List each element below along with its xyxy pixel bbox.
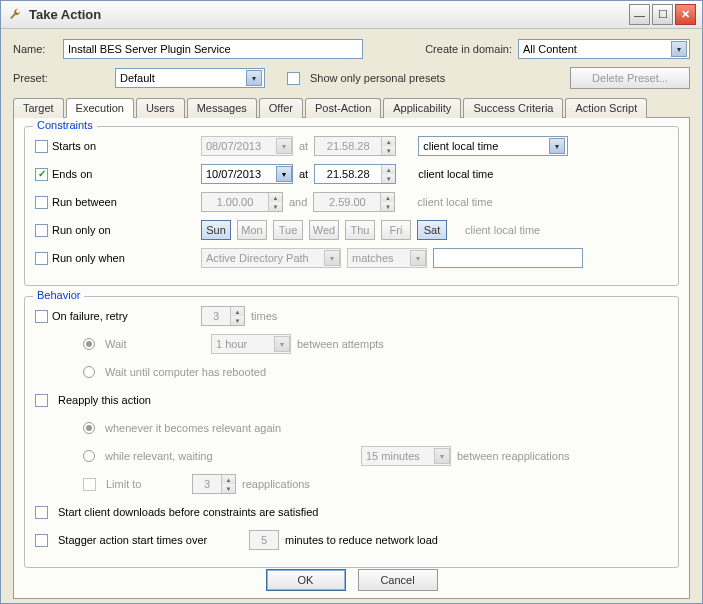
on-failure-label: On failure, retry xyxy=(52,310,128,322)
day-wed[interactable]: Wed xyxy=(309,220,339,240)
tab-post-action[interactable]: Post-Action xyxy=(305,98,381,118)
tab-users[interactable]: Users xyxy=(136,98,185,118)
reapply-label: Reapply this action xyxy=(58,394,151,406)
while-relevant-radio xyxy=(83,450,95,462)
dialog-footer: OK Cancel xyxy=(1,569,702,591)
show-personal-label: Show only personal presets xyxy=(310,72,445,84)
chevron-down-icon: ▾ xyxy=(274,336,290,352)
starts-on-label: Starts on xyxy=(52,140,96,152)
tab-success-criteria[interactable]: Success Criteria xyxy=(463,98,563,118)
wrench-icon xyxy=(7,7,23,23)
day-sat[interactable]: Sat xyxy=(417,220,447,240)
timezone-select[interactable]: client local time ▾ xyxy=(418,136,568,156)
window-title: Take Action xyxy=(29,7,629,22)
tabs: Target Execution Users Messages Offer Po… xyxy=(13,97,690,117)
run-only-when-label: Run only when xyxy=(52,252,125,264)
chevron-down-icon: ▾ xyxy=(671,41,687,57)
on-failure-checkbox[interactable] xyxy=(35,310,48,323)
wait-duration: 1 hour▾ xyxy=(211,334,291,354)
show-personal-checkbox[interactable] xyxy=(287,72,300,85)
chevron-down-icon: ▾ xyxy=(276,166,292,182)
ends-tz-label: client local time xyxy=(418,168,493,180)
stagger-label: Stagger action start times over xyxy=(58,534,243,546)
run-only-when-op: matches▾ xyxy=(347,248,427,268)
wait-reboot-radio xyxy=(83,366,95,378)
stagger-tail-label: minutes to reduce network load xyxy=(285,534,438,546)
run-between-label: Run between xyxy=(52,196,117,208)
run-only-when-attr: Active Directory Path▾ xyxy=(201,248,341,268)
minimize-button[interactable]: — xyxy=(629,4,650,25)
preset-select-value: Default xyxy=(120,72,155,84)
run-only-when-value[interactable] xyxy=(433,248,583,268)
behavior-fieldset: Behavior On failure, retry 3 ▲▼ times Wa… xyxy=(24,296,679,568)
limit-to-label: Limit to xyxy=(106,478,186,490)
start-downloads-label: Start client downloads before constraint… xyxy=(58,506,318,518)
tab-execution[interactable]: Execution xyxy=(66,98,134,118)
wait-reboot-label: Wait until computer has rebooted xyxy=(105,366,266,378)
wait-radio xyxy=(83,338,95,350)
domain-select[interactable]: All Content ▾ xyxy=(518,39,690,59)
ends-on-label: Ends on xyxy=(52,168,92,180)
run-between-checkbox[interactable] xyxy=(35,196,48,209)
day-tue[interactable]: Tue xyxy=(273,220,303,240)
run-only-on-checkbox[interactable] xyxy=(35,224,48,237)
day-sun[interactable]: Sun xyxy=(201,220,231,240)
limit-to-input: 3 ▲▼ xyxy=(192,474,236,494)
whenever-radio xyxy=(83,422,95,434)
start-downloads-checkbox[interactable] xyxy=(35,506,48,519)
name-input[interactable] xyxy=(63,39,363,59)
run-only-on-label: Run only on xyxy=(52,224,111,236)
chevron-down-icon: ▾ xyxy=(410,250,426,266)
wait-label: Wait xyxy=(105,338,205,350)
cancel-button[interactable]: Cancel xyxy=(358,569,438,591)
ends-on-checkbox[interactable] xyxy=(35,168,48,181)
stagger-checkbox[interactable] xyxy=(35,534,48,547)
close-button[interactable]: ✕ xyxy=(675,4,696,25)
tab-target[interactable]: Target xyxy=(13,98,64,118)
chevron-down-icon: ▾ xyxy=(324,250,340,266)
constraints-fieldset: Constraints Starts on 08/07/2013▾ at 21.… xyxy=(24,126,679,286)
starts-date-input: 08/07/2013▾ xyxy=(201,136,293,156)
day-thu[interactable]: Thu xyxy=(345,220,375,240)
chevron-down-icon: ▾ xyxy=(434,448,450,464)
behavior-legend: Behavior xyxy=(33,289,84,301)
tab-offer[interactable]: Offer xyxy=(259,98,303,118)
chevron-down-icon: ▾ xyxy=(549,138,565,154)
ends-time-input[interactable]: 21.58.28 ▲▼ xyxy=(314,164,396,184)
starts-time-input: 21.58.28 ▲▼ xyxy=(314,136,396,156)
while-relevant-label: while relevant, waiting xyxy=(105,450,355,462)
starts-on-checkbox[interactable] xyxy=(35,140,48,153)
reapply-duration: 15 minutes▾ xyxy=(361,446,451,466)
day-mon[interactable]: Mon xyxy=(237,220,267,240)
reapply-checkbox[interactable] xyxy=(35,394,48,407)
titlebar: Take Action — ☐ ✕ xyxy=(1,1,702,29)
stagger-input: 5 xyxy=(249,530,279,550)
ends-date-input[interactable]: 10/07/2013▾ xyxy=(201,164,293,184)
domain-label: Create in domain: xyxy=(425,43,512,55)
day-fri[interactable]: Fri xyxy=(381,220,411,240)
limit-to-checkbox xyxy=(83,478,96,491)
execution-panel: Constraints Starts on 08/07/2013▾ at 21.… xyxy=(13,117,690,599)
run-between-to: 2.59.00 ▲▼ xyxy=(313,192,395,212)
delete-preset-button: Delete Preset... xyxy=(570,67,690,89)
take-action-window: Take Action — ☐ ✕ Name: Create in domain… xyxy=(0,0,703,604)
preset-label: Preset: xyxy=(13,72,57,84)
constraints-legend: Constraints xyxy=(33,119,97,131)
preset-select[interactable]: Default ▾ xyxy=(115,68,265,88)
chevron-down-icon: ▾ xyxy=(276,138,292,154)
run-between-from: 1.00.00 ▲▼ xyxy=(201,192,283,212)
name-label: Name: xyxy=(13,43,57,55)
tab-action-script[interactable]: Action Script xyxy=(565,98,647,118)
domain-select-value: All Content xyxy=(523,43,577,55)
tab-messages[interactable]: Messages xyxy=(187,98,257,118)
ok-button[interactable]: OK xyxy=(266,569,346,591)
chevron-down-icon: ▾ xyxy=(246,70,262,86)
tab-applicability[interactable]: Applicability xyxy=(383,98,461,118)
maximize-button[interactable]: ☐ xyxy=(652,4,673,25)
retry-times-input: 3 ▲▼ xyxy=(201,306,245,326)
whenever-label: whenever it becomes relevant again xyxy=(105,422,281,434)
run-only-when-checkbox[interactable] xyxy=(35,252,48,265)
